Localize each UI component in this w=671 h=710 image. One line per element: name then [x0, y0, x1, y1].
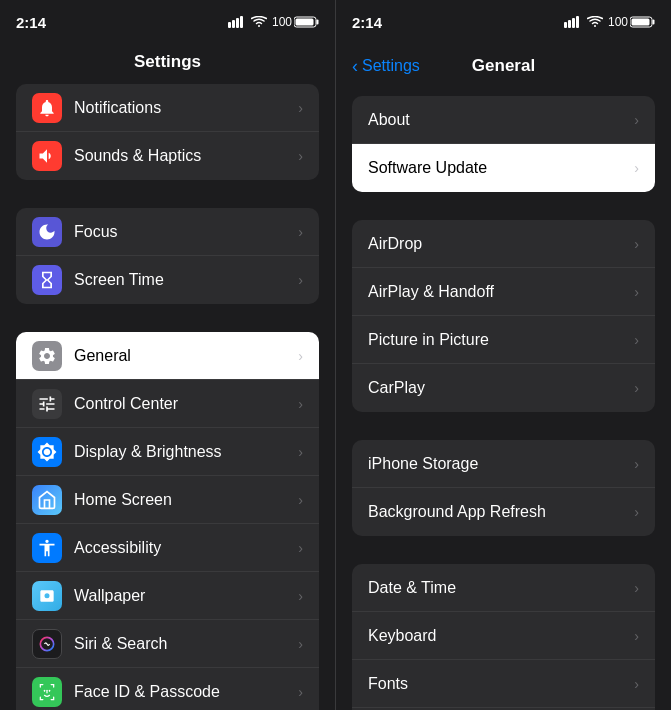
- control-center-chevron: ›: [298, 396, 303, 412]
- sidebar-item-siri[interactable]: Siri & Search ›: [16, 620, 319, 668]
- right-wifi-icon: [587, 16, 603, 28]
- faceid-icon-wrap: [32, 677, 62, 707]
- siri-icon-wrap: [32, 629, 62, 659]
- sidebar-item-wallpaper[interactable]: Wallpaper ›: [16, 572, 319, 620]
- general-label: General: [74, 347, 298, 365]
- sounds-chevron: ›: [298, 148, 303, 164]
- accessibility-chevron: ›: [298, 540, 303, 556]
- general-icon-wrap: [32, 341, 62, 371]
- fonts-label: Fonts: [368, 675, 634, 693]
- faceid-chevron: ›: [298, 684, 303, 700]
- background-refresh-chevron: ›: [634, 504, 639, 520]
- sidebar-item-control-center[interactable]: Control Center ›: [16, 380, 319, 428]
- svg-rect-15: [568, 20, 571, 28]
- right-battery-percent: 100: [608, 15, 628, 29]
- section-3: General › Control Center › Display & Bri…: [16, 332, 319, 710]
- sidebar-item-notifications[interactable]: Notifications ›: [16, 84, 319, 132]
- keyboard-chevron: ›: [634, 628, 639, 644]
- svg-rect-17: [576, 16, 579, 28]
- sidebar-item-faceid[interactable]: Face ID & Passcode ›: [16, 668, 319, 710]
- settings-list: Notifications › Sounds & Haptics › Focus…: [0, 84, 335, 710]
- sliders-icon: [37, 394, 57, 414]
- wallpaper-icon: [37, 586, 57, 606]
- back-chevron-icon: ‹: [352, 56, 358, 77]
- svg-rect-6: [296, 19, 314, 26]
- sidebar-item-screen-time[interactable]: Screen Time ›: [16, 256, 319, 304]
- siri-label: Siri & Search: [74, 635, 298, 653]
- focus-icon-wrap: [32, 217, 62, 247]
- iphone-storage-chevron: ›: [634, 456, 639, 472]
- right-item-background-refresh[interactable]: Background App Refresh ›: [352, 488, 655, 536]
- keyboard-label: Keyboard: [368, 627, 634, 645]
- home-screen-label: Home Screen: [74, 491, 298, 509]
- svg-rect-16: [572, 18, 575, 28]
- control-center-label: Control Center: [74, 395, 298, 413]
- right-item-pip[interactable]: Picture in Picture ›: [352, 316, 655, 364]
- back-label: Settings: [362, 57, 420, 75]
- display-label: Display & Brightness: [74, 443, 298, 461]
- focus-label: Focus: [74, 223, 298, 241]
- back-button[interactable]: ‹ Settings: [352, 56, 420, 77]
- software-update-chevron: ›: [634, 160, 639, 176]
- accessibility-icon: [37, 538, 57, 558]
- screen-time-label: Screen Time: [74, 271, 298, 289]
- wallpaper-chevron: ›: [298, 588, 303, 604]
- battery-indicator: 100: [272, 15, 319, 29]
- accessibility-label: Accessibility: [74, 539, 298, 557]
- right-item-carplay[interactable]: CarPlay ›: [352, 364, 655, 412]
- sidebar-item-display[interactable]: Display & Brightness ›: [16, 428, 319, 476]
- right-settings-list: About › Software Update › AirDrop › AirP…: [336, 88, 671, 710]
- right-item-keyboard[interactable]: Keyboard ›: [352, 612, 655, 660]
- battery-percent: 100: [272, 15, 292, 29]
- sidebar-item-general[interactable]: General ›: [16, 332, 319, 380]
- battery-icon-left: [294, 16, 319, 28]
- wifi-icon: [251, 16, 267, 28]
- date-time-label: Date & Time: [368, 579, 634, 597]
- right-item-fonts[interactable]: Fonts ›: [352, 660, 655, 708]
- screen-time-icon-wrap: [32, 265, 62, 295]
- home-screen-chevron: ›: [298, 492, 303, 508]
- fonts-chevron: ›: [634, 676, 639, 692]
- wallpaper-icon-wrap: [32, 581, 62, 611]
- svg-rect-14: [564, 22, 567, 28]
- left-panel: 2:14 100: [0, 0, 335, 710]
- right-panel: 2:14 100: [335, 0, 671, 710]
- bell-icon: [37, 98, 57, 118]
- airplay-chevron: ›: [634, 284, 639, 300]
- notifications-chevron: ›: [298, 100, 303, 116]
- pip-chevron: ›: [634, 332, 639, 348]
- airdrop-label: AirDrop: [368, 235, 634, 253]
- about-label: About: [368, 111, 634, 129]
- sidebar-item-home-screen[interactable]: Home Screen ›: [16, 476, 319, 524]
- software-update-label: Software Update: [368, 159, 634, 177]
- sounds-label: Sounds & Haptics: [74, 147, 298, 165]
- right-section-1: About › Software Update ›: [352, 96, 655, 192]
- focus-chevron: ›: [298, 224, 303, 240]
- right-item-iphone-storage[interactable]: iPhone Storage ›: [352, 440, 655, 488]
- right-item-software-update[interactable]: Software Update ›: [352, 144, 655, 192]
- left-status-icons: 100: [228, 15, 319, 29]
- svg-rect-0: [228, 22, 231, 28]
- sidebar-item-focus[interactable]: Focus ›: [16, 208, 319, 256]
- right-item-airdrop[interactable]: AirDrop ›: [352, 220, 655, 268]
- right-status-icons: 100: [564, 15, 655, 29]
- right-signal-icon: [564, 16, 582, 28]
- background-refresh-label: Background App Refresh: [368, 503, 634, 521]
- svg-rect-2: [236, 18, 239, 28]
- section-1: Notifications › Sounds & Haptics ›: [16, 84, 319, 180]
- right-time: 2:14: [352, 14, 382, 31]
- sidebar-item-accessibility[interactable]: Accessibility ›: [16, 524, 319, 572]
- sounds-icon-wrap: [32, 141, 62, 171]
- section-2: Focus › Screen Time ›: [16, 208, 319, 304]
- display-icon-wrap: [32, 437, 62, 467]
- sidebar-item-sounds[interactable]: Sounds & Haptics ›: [16, 132, 319, 180]
- moon-icon: [37, 222, 57, 242]
- right-item-date-time[interactable]: Date & Time ›: [352, 564, 655, 612]
- right-item-airplay[interactable]: AirPlay & Handoff ›: [352, 268, 655, 316]
- notifications-label: Notifications: [74, 99, 298, 117]
- right-item-about[interactable]: About ›: [352, 96, 655, 144]
- notifications-icon-wrap: [32, 93, 62, 123]
- right-panel-title: General: [472, 56, 535, 76]
- wallpaper-label: Wallpaper: [74, 587, 298, 605]
- right-section-4: Date & Time › Keyboard › Fonts › Languag…: [352, 564, 655, 710]
